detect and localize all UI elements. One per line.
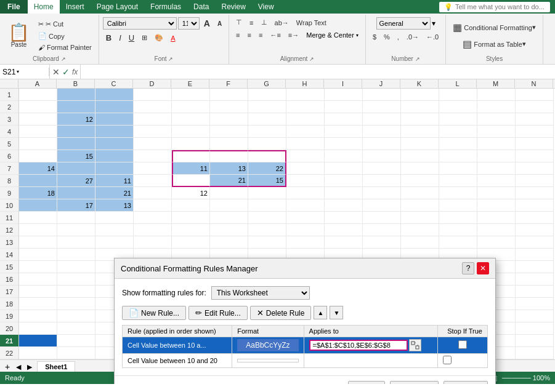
cell-j1[interactable] (363, 89, 401, 101)
cell-j8[interactable] (363, 175, 401, 187)
cell-c10[interactable]: 13 (95, 199, 134, 212)
cell-a7[interactable]: 14 (19, 162, 57, 175)
cell-k10[interactable] (401, 199, 439, 212)
confirm-formula-icon[interactable]: ✓ (62, 67, 70, 77)
cell-n8[interactable] (516, 175, 554, 187)
merge-center-button[interactable]: Merge & Center ▾ (303, 30, 362, 40)
stop-checkbox-1[interactable] (458, 340, 467, 349)
cell-i7[interactable] (325, 162, 363, 175)
percent-button[interactable]: % (381, 32, 393, 42)
cell-h8[interactable] (286, 175, 325, 187)
cell-n1[interactable] (516, 89, 554, 101)
cell-f10[interactable] (210, 199, 248, 212)
cell-h7[interactable] (286, 162, 325, 175)
cell-h2[interactable] (286, 101, 325, 113)
cell-d5[interactable] (134, 138, 172, 150)
cell-i8[interactable] (325, 175, 363, 187)
search-input[interactable] (455, 3, 545, 10)
cell-b3[interactable]: 12 (57, 113, 95, 126)
cell-e8[interactable] (172, 175, 210, 187)
cell-g5[interactable] (248, 138, 286, 150)
cell-i3[interactable] (325, 113, 363, 126)
cell-b9[interactable] (57, 187, 95, 199)
cell-m2[interactable] (477, 101, 516, 113)
align-left-button[interactable]: ≡ (233, 30, 243, 40)
cell-b2[interactable] (57, 101, 95, 113)
name-box[interactable]: S21 ▾ (0, 68, 49, 76)
cell-m6[interactable] (477, 150, 516, 162)
cell-h9[interactable] (286, 187, 325, 199)
font-name-selector[interactable]: Calibri (103, 17, 177, 30)
cell-g2[interactable] (248, 101, 286, 113)
align-bottom-button[interactable]: ⊥ (258, 17, 270, 28)
cell-l4[interactable] (439, 126, 477, 138)
cell-l6[interactable] (439, 150, 477, 162)
cell-m1[interactable] (477, 89, 516, 101)
cell-k1[interactable] (401, 89, 439, 101)
cell-k8[interactable] (401, 175, 439, 187)
cell-a11[interactable] (19, 212, 57, 224)
cell-f9[interactable] (210, 187, 248, 199)
cell-j7[interactable] (363, 162, 401, 175)
cell-a21[interactable] (19, 335, 57, 347)
cell-d6[interactable] (134, 150, 172, 162)
cell-a8[interactable] (19, 175, 57, 187)
cell-e10[interactable] (172, 199, 210, 212)
col-m[interactable]: M (477, 79, 515, 88)
cell-j3[interactable] (363, 113, 401, 126)
font-grow-button[interactable]: A (201, 17, 213, 30)
cell-i5[interactable] (325, 138, 363, 150)
underline-button[interactable]: U (126, 32, 137, 44)
cell-a4[interactable] (19, 126, 57, 138)
cell-h3[interactable] (286, 113, 325, 126)
align-right-button[interactable]: ≡ (256, 30, 265, 40)
cell-a5[interactable] (19, 138, 57, 150)
dialog-close-button[interactable]: ✕ (477, 262, 489, 274)
cell-a3[interactable] (19, 113, 57, 126)
cell-k2[interactable] (401, 101, 439, 113)
cell-e6[interactable] (172, 150, 210, 162)
cell-a10[interactable] (19, 199, 57, 212)
review-tab[interactable]: Review (215, 0, 251, 14)
cell-m8[interactable] (477, 175, 516, 187)
cell-k3[interactable] (401, 113, 439, 126)
dialog-help-button[interactable]: ? (462, 262, 474, 274)
col-d[interactable]: D (133, 79, 171, 88)
cell-n6[interactable] (516, 150, 554, 162)
data-tab[interactable]: Data (187, 0, 215, 14)
cell-l9[interactable] (439, 187, 477, 199)
cell-e5[interactable] (172, 138, 210, 150)
file-menu[interactable]: File (0, 0, 28, 14)
cell-e1[interactable] (172, 89, 210, 101)
border-button[interactable]: ⊞ (139, 33, 150, 43)
col-k[interactable]: K (400, 79, 439, 88)
add-sheet-button[interactable]: + (2, 362, 12, 372)
cell-i10[interactable] (325, 199, 363, 212)
format-painter-button[interactable]: 🖌 Format Painter (35, 42, 95, 52)
cell-g4[interactable] (248, 126, 286, 138)
rule-row-1[interactable]: Cell Value between 10 a... AaBbCcYyZz (123, 337, 488, 354)
cell-c8[interactable]: 11 (95, 175, 134, 187)
cell-f4[interactable] (210, 126, 248, 138)
apply-button[interactable]: Apply (444, 381, 488, 384)
cell-b7[interactable] (57, 162, 95, 175)
page-layout-tab[interactable]: Page Layout (91, 0, 144, 14)
col-c[interactable]: C (95, 79, 133, 88)
cell-b6[interactable]: 15 (57, 150, 95, 162)
applies-to-input-1[interactable] (309, 340, 408, 351)
cell-n10[interactable] (516, 199, 554, 212)
cell-f6[interactable] (210, 150, 248, 162)
cell-d3[interactable] (134, 113, 172, 126)
comma-button[interactable]: , (394, 32, 402, 42)
cell-j6[interactable] (363, 150, 401, 162)
cell-l8[interactable] (439, 175, 477, 187)
cell-c7[interactable] (95, 162, 134, 175)
cell-f1[interactable] (210, 89, 248, 101)
cell-l3[interactable] (439, 113, 477, 126)
cell-i2[interactable] (325, 101, 363, 113)
cell-m9[interactable] (477, 187, 516, 199)
cut-button[interactable]: ✂ ✂ Cut (35, 19, 95, 30)
cell-k6[interactable] (401, 150, 439, 162)
cell-d7[interactable] (134, 162, 172, 175)
cell-e4[interactable] (172, 126, 210, 138)
